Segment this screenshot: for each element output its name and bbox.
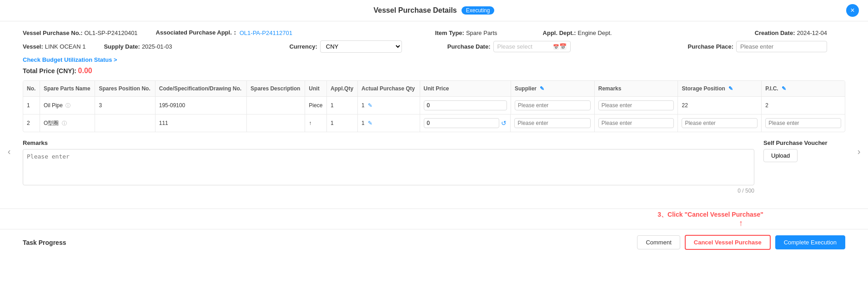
col-code: Code/Specification/Drawing No. — [155, 81, 246, 97]
remarks-input-1[interactable] — [598, 100, 674, 110]
purchase-place-label: Purchase Place: — [688, 43, 733, 50]
purchase-date-placeholder: Please select — [497, 43, 532, 50]
cell-unit-price-1[interactable] — [420, 97, 511, 114]
cell-storage-2[interactable] — [678, 114, 762, 132]
creation-date-item: Creation Date: 2024-12-04 — [755, 30, 827, 36]
cell-name-1: Oil Pipe ⓘ — [40, 97, 95, 114]
cell-remarks-1[interactable] — [594, 97, 678, 114]
storage-input-2[interactable] — [682, 118, 758, 128]
currency-select[interactable]: CNY USD EUR — [320, 40, 402, 53]
supply-date-label: Supply Date: — [104, 43, 140, 50]
pic-input-2[interactable] — [765, 118, 841, 128]
cell-desc-2 — [247, 114, 305, 132]
purchase-date-item: Purchase Date: Please select 📅 — [447, 41, 571, 52]
budget-link[interactable]: Check Budget Utilization Status > — [23, 56, 117, 63]
items-table-container: No. Spare Parts Name Spares Position No.… — [23, 80, 845, 132]
cell-no-2: 2 — [23, 114, 40, 132]
col-appl-qty: Appl.Qty — [327, 81, 358, 97]
cell-unit-price-2[interactable]: ↺ — [420, 114, 511, 132]
item-type-label: Item Type: — [435, 30, 464, 36]
supplier-edit-icon[interactable]: ✎ — [540, 85, 544, 92]
cell-appl-qty-1: 1 — [327, 97, 358, 114]
remarks-input-2[interactable] — [598, 118, 674, 128]
purchase-no-label: Vessel Purchase No.: — [23, 30, 83, 36]
assoc-label: Associated Purchase Appl.： — [156, 29, 238, 37]
cell-unit-1: Piece — [305, 97, 327, 114]
cell-code-2: 111 — [155, 114, 246, 132]
task-progress-label: Task Progress — [23, 239, 66, 246]
instruction-arrow-icon: ↑ — [739, 219, 743, 228]
col-spares-position: Spares Position No. — [95, 81, 155, 97]
calendar-icon: 📅 — [553, 43, 567, 50]
storage-edit-icon[interactable]: ✎ — [728, 85, 733, 92]
page-title: Vessel Purchase Details — [374, 6, 457, 15]
instruction-text-container: 3、Click "Cancel Vessel Purchase" — [23, 211, 845, 219]
table-header-row: No. Spare Parts Name Spares Position No.… — [23, 81, 845, 97]
cell-position-1: 3 — [95, 97, 155, 114]
purchase-place-input[interactable] — [736, 41, 827, 52]
vessel-item: Vessel: LINK OCEAN 1 — [23, 43, 85, 50]
cancel-vessel-button[interactable]: Cancel Vessel Purchase — [685, 235, 771, 250]
cell-storage-1: 22 — [678, 97, 762, 114]
instruction-arrow-container: ↑ — [23, 219, 845, 227]
cell-unit-2: ↑ — [305, 114, 327, 132]
close-button[interactable]: × — [846, 4, 859, 17]
col-unit-price: Unit Price — [420, 81, 511, 97]
supply-date-value: 2025-01-03 — [142, 43, 172, 50]
voucher-label: Self Purchase Voucher — [763, 139, 845, 146]
col-pic: P.I.C. ✎ — [762, 81, 845, 97]
comment-button[interactable]: Comment — [637, 235, 680, 249]
page-header: Vessel Purchase Details Executing × — [0, 0, 868, 21]
appl-dept-item: Appl. Dept.: Engine Dept. — [543, 30, 612, 36]
cell-supplier-1[interactable] — [511, 97, 594, 114]
purchase-no-item: Vessel Purchase No.: OL1-SP-P24120401 — [23, 30, 138, 36]
total-price-value: 0.00 — [78, 67, 92, 75]
reset-icon[interactable]: ↺ — [501, 119, 507, 127]
status-badge: Executing — [462, 6, 495, 15]
nav-right-arrow[interactable]: › — [852, 140, 866, 163]
currency-label: Currency: — [289, 43, 317, 50]
assoc-value-link[interactable]: OL1-PA-P24112701 — [240, 30, 292, 36]
purchase-date-label: Purchase Date: — [447, 43, 491, 50]
actual-qty-edit-2[interactable]: ✎ — [368, 120, 372, 126]
items-table: No. Spare Parts Name Spares Position No.… — [23, 81, 845, 132]
unit-price-input-1[interactable] — [424, 100, 507, 110]
cell-no-1: 1 — [23, 97, 40, 114]
vessel-value: LINK OCEAN 1 — [45, 43, 86, 50]
col-no: No. — [23, 81, 40, 97]
appl-dept-value: Engine Dept. — [578, 30, 612, 36]
cell-remarks-2[interactable] — [594, 114, 678, 132]
col-remarks: Remarks — [594, 81, 678, 97]
page-wrapper: Vessel Purchase Details Executing × ‹ › … — [0, 0, 868, 303]
col-supplier: Supplier ✎ — [511, 81, 594, 97]
purchase-no-value: OL1-SP-P24120401 — [85, 30, 138, 36]
total-price-row: Total Price (CNY): 0.00 — [23, 67, 845, 75]
unit-price-input-2[interactable] — [424, 118, 500, 128]
supplier-input-1[interactable] — [515, 100, 591, 110]
currency-item: Currency: CNY USD EUR — [289, 40, 401, 53]
info-row-2: Vessel: LINK OCEAN 1 Supply Date: 2025-0… — [23, 40, 845, 53]
creation-date-value: 2024-12-04 — [797, 30, 828, 36]
remarks-textarea[interactable] — [23, 149, 754, 185]
cell-pic-2[interactable] — [762, 114, 845, 132]
purchase-date-field[interactable]: Please select 📅 — [493, 41, 571, 52]
cell-pic-1: 2 — [762, 97, 845, 114]
col-actual-qty: Actual Purchase Qty — [358, 81, 420, 97]
item-type-item: Item Type: Spare Parts — [435, 30, 497, 36]
cell-code-1: 195-09100 — [155, 97, 246, 114]
pic-edit-icon[interactable]: ✎ — [782, 85, 786, 92]
nav-left-arrow[interactable]: ‹ — [2, 140, 16, 163]
supplier-input-2[interactable] — [514, 118, 590, 128]
upload-button[interactable]: Upload — [763, 149, 798, 162]
footer-buttons: Comment Cancel Vessel Purchase Complete … — [637, 235, 845, 250]
actual-qty-edit-1[interactable]: ✎ — [368, 102, 372, 109]
appl-dept-label: Appl. Dept.: — [543, 30, 576, 36]
instruction-area: 3、Click "Cancel Vessel Purchase" ↑ — [0, 209, 868, 229]
bottom-section: Remarks 0 / 500 Self Purchase Voucher Up… — [23, 139, 845, 194]
budget-row: Check Budget Utilization Status > — [23, 56, 845, 63]
complete-execution-button[interactable]: Complete Execution — [775, 235, 845, 249]
info-row-1: Vessel Purchase No.: OL1-SP-P24120401 As… — [23, 29, 845, 37]
cell-supplier-2[interactable] — [511, 114, 594, 132]
page-footer: Task Progress Comment Cancel Vessel Purc… — [0, 229, 868, 255]
col-storage-position: Storage Position ✎ — [678, 81, 762, 97]
